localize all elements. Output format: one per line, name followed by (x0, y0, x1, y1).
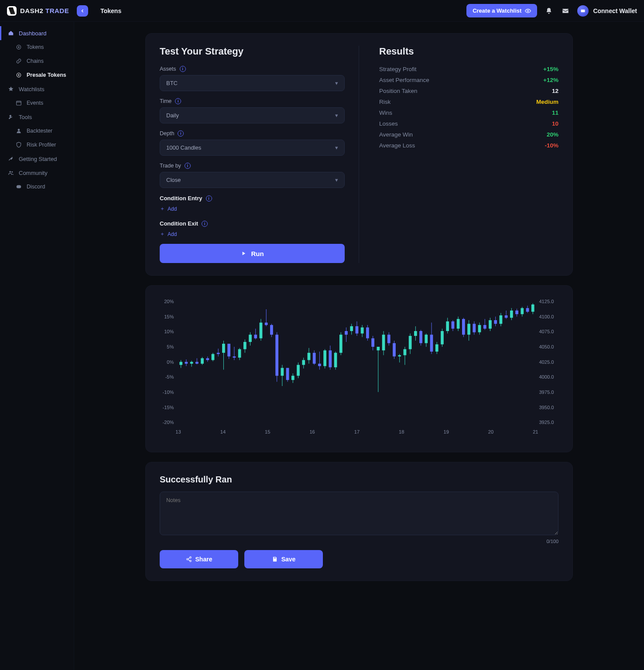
chevron-down-icon: ▾ (335, 112, 338, 119)
connect-wallet-label: Connect Wallet (593, 7, 637, 14)
strategy-panel: Test Your Strategy Assetsi BTC ▾ Timei (160, 46, 359, 263)
save-button[interactable]: Save (244, 550, 323, 568)
results-title: Results (379, 46, 558, 57)
add-label: Add (168, 206, 177, 212)
strategy-results-card: Test Your Strategy Assetsi BTC ▾ Timei (145, 33, 573, 276)
svg-rect-149 (473, 324, 476, 332)
svg-point-8 (10, 171, 11, 173)
info-icon[interactable]: i (206, 195, 212, 202)
depth-select[interactable]: 1000 Candles ▾ (160, 140, 345, 156)
info-icon[interactable]: i (180, 66, 186, 72)
svg-point-9 (11, 171, 13, 173)
notes-card: Successfully Ran 0/100 Share Save (145, 462, 573, 581)
connect-wallet-button[interactable]: Connect Wallet (577, 5, 637, 17)
assets-field: Assetsi BTC ▾ (160, 66, 345, 91)
wallet-avatar-icon (577, 5, 589, 17)
breadcrumb[interactable]: Tokens (100, 7, 121, 14)
result-key: Losses (379, 120, 398, 127)
svg-rect-91 (318, 364, 321, 366)
svg-rect-161 (505, 315, 508, 318)
svg-text:3975.0: 3975.0 (539, 390, 554, 395)
svg-point-0 (528, 10, 529, 12)
back-button[interactable] (77, 5, 88, 17)
run-button[interactable]: Run (160, 244, 345, 263)
add-exit-button[interactable]: ＋ Add (160, 230, 177, 238)
results-row: Average Loss-10% (379, 142, 558, 149)
sidebar-item-events[interactable]: Events (0, 96, 74, 110)
svg-rect-65 (249, 335, 252, 342)
brand-logo[interactable]: DASH2 TRADE (7, 6, 69, 16)
svg-rect-59 (233, 356, 236, 358)
tradeby-value: Close (166, 177, 181, 183)
coin-icon (15, 72, 22, 79)
share-button[interactable]: Share (160, 550, 238, 568)
svg-rect-133 (430, 335, 433, 352)
messages-button[interactable] (561, 6, 570, 16)
svg-rect-137 (441, 331, 444, 344)
add-label: Add (168, 231, 177, 237)
results-row: Losses10 (379, 120, 558, 127)
results-panel: Results Strategy Profit+15%Asset Perform… (359, 46, 558, 263)
add-entry-button[interactable]: ＋ Add (160, 205, 177, 212)
create-watchlist-label: Create a Watchlist (473, 7, 521, 14)
info-icon[interactable]: i (202, 221, 208, 227)
sidebar-item-label: Discord (27, 184, 45, 190)
sidebar-item-backtester[interactable]: Backtester (0, 124, 74, 138)
sidebar-item-risk-profiler[interactable]: Risk Profiler (0, 138, 74, 152)
results-list: Strategy Profit+15%Asset Performance+12%… (379, 66, 558, 149)
sidebar-item-watchlists[interactable]: Watchlists (0, 82, 74, 96)
results-row: Strategy Profit+15% (379, 66, 558, 72)
svg-text:-10%: -10% (163, 390, 174, 395)
result-key: Position Taken (379, 88, 418, 94)
sidebar-item-discord[interactable]: Discord (0, 180, 74, 194)
svg-text:-15%: -15% (163, 405, 174, 410)
result-key: Average Loss (379, 142, 415, 149)
sidebar-item-tokens[interactable]: Tokens (0, 40, 74, 54)
result-key: Average Win (379, 131, 413, 138)
svg-rect-89 (313, 353, 316, 364)
sidebar-item-tools[interactable]: Tools (0, 110, 74, 124)
sidebar-item-chains[interactable]: Chains (0, 54, 74, 68)
svg-rect-143 (457, 319, 460, 328)
svg-rect-55 (222, 344, 225, 353)
sidebar-item-presale-tokens[interactable]: Presale Tokens (0, 68, 74, 82)
svg-text:4025.0: 4025.0 (539, 359, 554, 365)
assets-label: Assets (160, 66, 176, 72)
assets-select[interactable]: BTC ▾ (160, 75, 345, 91)
candlestick-chart[interactable]: 20%15%10%5%0%-5%-10%-15%-20%4125.04100.0… (156, 297, 562, 438)
svg-rect-43 (190, 362, 193, 364)
svg-rect-67 (254, 335, 257, 338)
sidebar-item-dashboard[interactable]: Dashboard (0, 26, 74, 40)
svg-text:19: 19 (443, 429, 449, 434)
create-watchlist-button[interactable]: Create a Watchlist (466, 4, 537, 17)
assets-value: BTC (166, 80, 178, 86)
main-layout: DashboardTokensChainsPresale TokensWatch… (0, 22, 644, 670)
svg-rect-165 (515, 311, 518, 314)
info-icon[interactable]: i (185, 163, 191, 169)
info-icon[interactable]: i (175, 98, 181, 104)
notifications-button[interactable] (544, 6, 554, 16)
result-value: -10% (545, 142, 558, 149)
svg-text:4075.0: 4075.0 (539, 329, 554, 334)
svg-rect-157 (494, 320, 497, 324)
info-icon[interactable]: i (178, 130, 184, 137)
chevron-down-icon: ▾ (335, 80, 338, 86)
depth-value: 1000 Candles (166, 144, 201, 151)
sidebar-item-community[interactable]: Community (0, 166, 74, 180)
svg-rect-6 (17, 101, 21, 105)
svg-rect-103 (350, 326, 353, 331)
sidebar-item-label: Watchlists (19, 86, 45, 92)
notes-textarea[interactable] (160, 492, 558, 535)
result-value: Medium (536, 99, 558, 105)
svg-rect-95 (329, 350, 332, 367)
users-icon (7, 169, 14, 176)
sidebar-item-getting-started[interactable]: Getting Started (0, 152, 74, 166)
svg-rect-10 (17, 185, 21, 188)
svg-point-174 (189, 561, 191, 562)
svg-rect-109 (366, 328, 369, 338)
results-row: Average Win20% (379, 131, 558, 138)
time-select[interactable]: Daily ▾ (160, 107, 345, 123)
sidebar-item-label: Community (19, 170, 48, 176)
svg-text:5%: 5% (167, 344, 174, 349)
tradeby-select[interactable]: Close ▾ (160, 172, 345, 188)
